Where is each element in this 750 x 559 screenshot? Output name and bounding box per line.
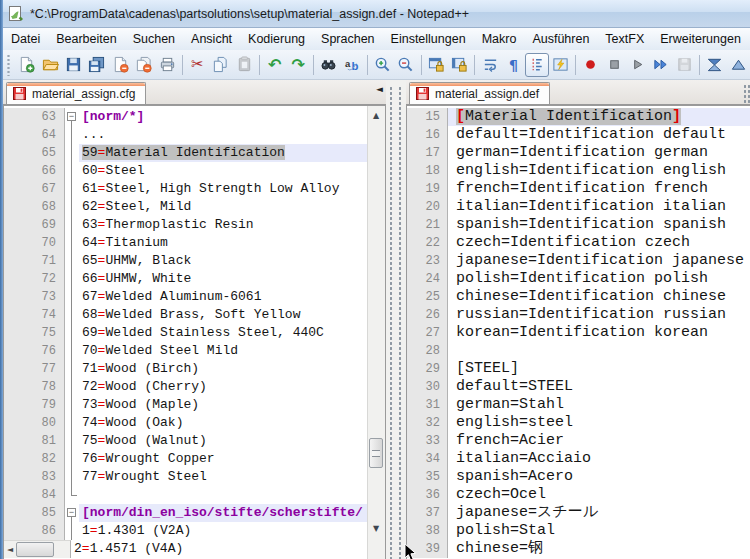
code-text[interactable]: chinese=钢 [448,540,750,558]
code-text[interactable]: [norm/*] [79,108,368,126]
code-text[interactable]: 75=Wood (Walnut) [79,432,368,450]
redo-icon[interactable]: ↷ [287,53,310,77]
code-text[interactable]: 60=Steel [79,162,368,180]
menu-item-einstellungen[interactable]: Einstellungen [383,29,474,49]
code-text[interactable]: german=Stahl [448,396,750,414]
code-text[interactable] [79,486,368,504]
code-text[interactable]: [norm/din_en_iso/stifte/scherstifte/ [79,504,368,522]
code-text[interactable]: default=Identification default [448,126,750,144]
code-text[interactable]: [STEEL] [448,360,750,378]
code-text[interactable]: english=Identification english [448,162,750,180]
scroll-up-icon[interactable]: ▲ [368,108,384,124]
code-text[interactable]: ... [79,126,368,144]
menu-item-makro[interactable]: Makro [474,29,525,49]
code-text[interactable]: 71=Wood (Birch) [79,360,368,378]
code-text[interactable]: czech=Ocel [448,486,750,504]
menu-item-suchen[interactable]: Suchen [125,29,183,49]
left-code-area[interactable]: 63[norm/*]64...6559=Material Identificat… [4,106,368,559]
code-text[interactable]: polish=Identification polish [448,270,750,288]
cut-icon[interactable]: ✂ [186,53,209,77]
save-file-icon[interactable] [62,53,85,77]
find-icon[interactable] [317,53,340,77]
code-text[interactable]: 1=1.4301 (V2A) [79,522,368,540]
show-all-characters-icon[interactable]: ¶ [502,53,525,77]
open-file-icon[interactable] [38,53,61,77]
save-all-icon[interactable] [85,53,108,77]
code-text[interactable]: spanish=Acero [448,468,750,486]
print-icon[interactable] [155,53,178,77]
menu-item-textfx[interactable]: TextFX [597,29,652,49]
scroll-left-icon[interactable]: ◄ [4,541,16,559]
menu-item-ansicht[interactable]: Ansicht [183,29,240,49]
code-text[interactable]: czech=Identification czech [448,234,750,252]
code-text[interactable]: spanish=Identification spanish [448,216,750,234]
macro-play-icon[interactable] [626,53,649,77]
pane-splitter[interactable] [386,80,406,559]
macro-record-icon[interactable] [579,53,602,77]
toolbar-grip-handle[interactable] [7,54,10,76]
tab-scroll-left-icon[interactable]: ◄ [376,85,386,104]
code-text[interactable]: 59=Material Identification [79,144,368,162]
fold-collapse-icon[interactable] [65,504,79,522]
code-text[interactable]: french=Acier [448,432,750,450]
sync-vertical-scroll-icon[interactable] [425,53,448,77]
show-indent-guide-icon[interactable] [525,53,548,77]
plugin-triangle-icon[interactable] [726,53,749,77]
function-list-icon[interactable] [549,53,572,77]
menu-item-erweiterungen[interactable]: Erweiterungen [652,29,749,49]
zoom-out-icon[interactable] [394,53,417,77]
menu-item-ausfhren[interactable]: Ausführen [524,29,597,49]
horizontal-scrollbar[interactable]: ◄ [4,540,71,558]
code-text[interactable]: 67=Welded Aluminum-6061 [79,288,368,306]
code-text[interactable]: 74=Wood (Oak) [79,414,368,432]
undo-icon[interactable]: ↶ [263,53,286,77]
code-text[interactable]: 73=Wood (Maple) [79,396,368,414]
code-text[interactable]: 61=Steel, High Strength Low Alloy [79,180,368,198]
tab-material-assign-def[interactable]: material_assign.def [409,82,550,104]
code-text[interactable]: japanese=スチール [448,504,750,522]
sync-horizontal-scroll-icon[interactable] [448,53,471,77]
menu-item-datei[interactable]: Datei [3,29,48,49]
macro-run-multiple-icon[interactable] [649,53,672,77]
title-bar[interactable]: *C:\ProgramData\cadenas\partsolutions\se… [0,0,750,28]
code-text[interactable]: chinese=Identification chinese [448,288,750,306]
right-code-area[interactable]: 15[Material Identification]16default=Ide… [407,106,750,559]
menu-item-bearbeiten[interactable]: Bearbeiten [48,29,124,49]
close-all-icon[interactable] [132,53,155,77]
code-text[interactable]: french=Identification french [448,180,750,198]
code-text[interactable]: polish=Stal [448,522,750,540]
code-text[interactable]: english=steel [448,414,750,432]
code-text[interactable]: japanese=Identification japanese [448,252,750,270]
close-file-icon[interactable] [109,53,132,77]
code-text[interactable]: [Material Identification] [448,108,750,126]
code-text[interactable]: italian=Identification italian [448,198,750,216]
menu-item-kodierung[interactable]: Kodierung [240,29,313,49]
code-text[interactable]: german=Identification german [448,144,750,162]
code-text[interactable] [448,342,750,360]
code-text[interactable]: 62=Steel, Mild [79,198,368,216]
new-file-icon[interactable] [15,53,38,77]
horizontal-scrollbar-thumb[interactable] [16,542,54,557]
code-text[interactable]: russian=Identification russian [448,306,750,324]
fold-collapse-icon[interactable] [65,108,79,126]
copy-icon[interactable] [209,53,232,77]
code-text[interactable]: 63=Thermoplastic Resin [79,216,368,234]
code-text[interactable]: korean=Identification korean [448,324,750,342]
code-text[interactable]: 69=Welded Stainless Steel, 440C [79,324,368,342]
tab-material-assign-cfg[interactable]: material_assign.cfg [6,82,146,104]
code-text[interactable]: 64=Titanium [79,234,368,252]
vertical-scrollbar-thumb[interactable] [369,438,383,468]
scroll-down-icon[interactable]: ▼ [368,521,384,537]
code-text[interactable]: 76=Wrought Copper [79,450,368,468]
menu-item-sprachen[interactable]: Sprachen [313,29,383,49]
code-text[interactable]: 68=Welded Brass, Soft Yellow [79,306,368,324]
code-text[interactable]: 72=Wood (Cherry) [79,378,368,396]
code-text[interactable]: default=STEEL [448,378,750,396]
word-wrap-icon[interactable] [478,53,501,77]
plugin-hourglass-icon[interactable] [703,53,726,77]
code-text[interactable]: 77=Wrought Steel [79,468,368,486]
code-text[interactable]: 65=UHMW, Black [79,252,368,270]
code-text[interactable]: 70=Welded Steel Mild [79,342,368,360]
left-vertical-scrollbar[interactable]: ▲ ▼ [367,106,385,559]
replace-icon[interactable]: ab [340,53,363,77]
